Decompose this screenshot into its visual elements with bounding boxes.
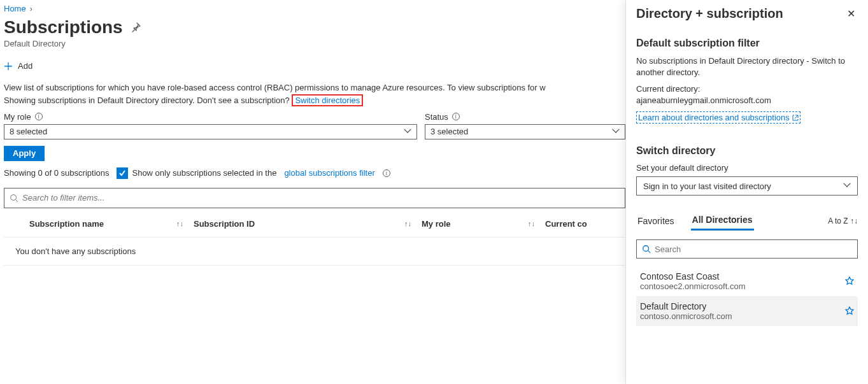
info-icon[interactable]: i [35, 113, 43, 120]
status-dropdown[interactable]: 3 selected [425, 124, 625, 139]
status-label: Status i [425, 112, 625, 122]
info-icon[interactable]: i [452, 113, 460, 120]
sort-icon: ↑↓ [176, 220, 183, 227]
panel-title: Directory + subscription [636, 6, 783, 21]
switch-directories-link[interactable]: Switch directories [292, 94, 363, 106]
directory-search-input[interactable] [655, 245, 852, 254]
external-link-icon [792, 115, 799, 121]
tab-favorites[interactable]: Favorites [636, 212, 676, 230]
status-value: 3 selected [430, 127, 468, 136]
directory-name: Default Directory [640, 301, 854, 311]
page-subtitle: Default Directory [4, 39, 625, 48]
filter-message: No subscriptions in Default Directory di… [636, 55, 858, 78]
global-filter-link[interactable]: global subscriptions filter [284, 168, 374, 178]
switch-directory-title: Switch directory [636, 145, 858, 157]
show-only-checkbox[interactable]: Show only subscriptions selected in the [117, 167, 276, 179]
info-icon[interactable]: i [383, 169, 390, 177]
showing-count: Showing 0 of 0 subscriptions [4, 168, 109, 178]
directory-name: Contoso East Coast [640, 271, 854, 281]
search-input-container[interactable] [4, 188, 625, 208]
sort-icon: ↑↓ [404, 220, 411, 227]
default-directory-value: Sign in to your last visited directory [643, 181, 771, 191]
pin-icon[interactable] [131, 22, 141, 32]
add-button[interactable]: Add [4, 61, 32, 71]
chevron-down-icon [405, 129, 411, 135]
directory-list: Contoso East Coast contosoec2.onmicrosof… [636, 266, 858, 326]
col-current-cost[interactable]: Current co [540, 219, 625, 229]
learn-link[interactable]: Learn about directories and subscription… [636, 111, 800, 124]
star-icon[interactable] [845, 276, 854, 285]
svg-point-1 [643, 246, 649, 252]
apply-button[interactable]: Apply [4, 146, 45, 161]
directory-item[interactable]: Default Directory contoso.onmicrosoft.co… [636, 296, 858, 326]
show-only-label: Show only subscriptions selected in the [132, 168, 276, 178]
current-directory-value: ajaneaburnleygmail.onmicrosoft.com [636, 95, 858, 106]
description-text: View list of subscriptions for which you… [4, 82, 625, 107]
col-my-role[interactable]: My role↑↓ [416, 219, 540, 229]
svg-point-0 [11, 194, 17, 200]
my-role-label: My role i [4, 112, 417, 122]
search-input[interactable] [22, 193, 620, 203]
current-directory-label: Current directory: [636, 83, 858, 95]
default-directory-select[interactable]: Sign in to your last visited directory [636, 176, 858, 196]
chevron-down-icon [613, 129, 620, 135]
my-role-dropdown[interactable]: 8 selected [4, 124, 417, 139]
search-icon [642, 245, 651, 253]
directory-search[interactable] [636, 239, 858, 259]
set-default-label: Set your default directory [636, 163, 858, 173]
directory-domain: contosoec2.onmicrosoft.com [640, 281, 854, 291]
checkbox-checked-icon [117, 167, 128, 179]
add-button-label: Add [18, 61, 32, 71]
col-subscription-id[interactable]: Subscription ID↑↓ [189, 219, 416, 229]
tab-all-directories[interactable]: All Directories [691, 211, 754, 231]
close-icon[interactable]: ✕ [844, 6, 858, 21]
plus-icon [4, 62, 13, 71]
breadcrumb: Home › [4, 4, 625, 17]
directory-item[interactable]: Contoso East Coast contosoec2.onmicrosof… [636, 266, 858, 296]
breadcrumb-home[interactable]: Home [4, 4, 26, 13]
directory-subscription-panel: Directory + subscription ✕ Default subsc… [625, 0, 868, 384]
my-role-value: 8 selected [10, 127, 47, 136]
col-subscription-name[interactable]: Subscription name↑↓ [4, 219, 189, 229]
star-icon[interactable] [845, 306, 854, 315]
search-icon [10, 194, 18, 203]
chevron-down-icon [844, 183, 851, 189]
filter-section-title: Default subscription filter [636, 38, 858, 49]
table-header: Subscription name↑↓ Subscription ID↑↓ My… [4, 211, 625, 238]
empty-state-message: You don't have any subscriptions [4, 238, 625, 266]
page-title: Subscriptions [4, 17, 123, 38]
sort-button[interactable]: A to Z ↑↓ [828, 217, 858, 225]
sort-icon: ↑↓ [528, 220, 535, 227]
directory-domain: contoso.onmicrosoft.com [640, 311, 854, 321]
chevron-right-icon: › [30, 4, 32, 13]
